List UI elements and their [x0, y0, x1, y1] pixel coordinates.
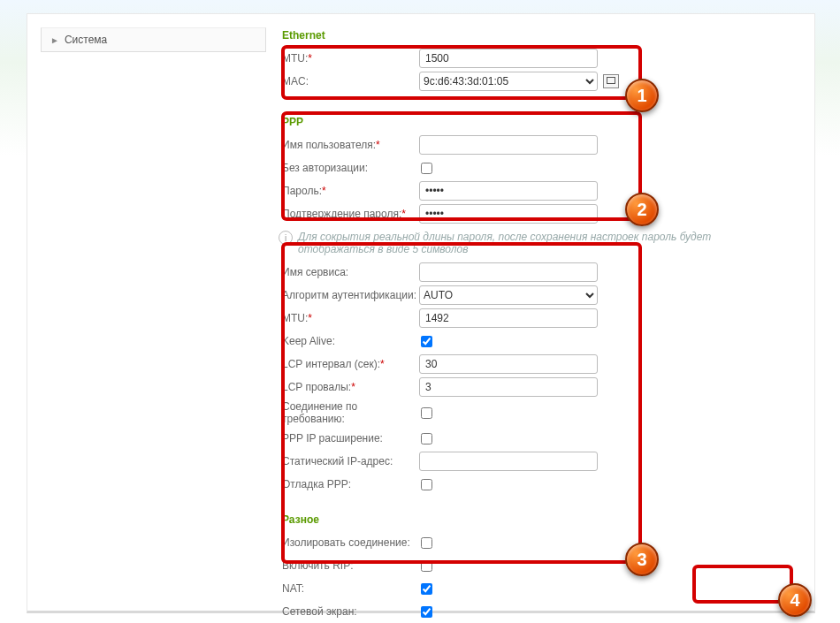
- section-title-misc: Разное: [282, 513, 779, 526]
- checkbox-ppp-ondemand[interactable]: [421, 407, 432, 419]
- label-ppp-ipext: PPP IP расширение:: [282, 432, 383, 444]
- checkbox-ppp-debug[interactable]: [421, 479, 432, 490]
- label-ppp-service: Имя сервиса:: [282, 266, 348, 278]
- main-content: Ethernet MTU:* MAC: 9c:d6:43:3d:01:05 PP…: [275, 19, 779, 623]
- label-misc-rip: Включить RIP:: [282, 559, 354, 572]
- label-ppp-noauth: Без авторизации:: [282, 162, 368, 174]
- password-note: i Для сокрытия реальной длины пароля, по…: [275, 225, 779, 261]
- input-ppp-staticip[interactable]: [419, 452, 598, 471]
- label-ppp-keepalive: Keep Alive:: [282, 335, 335, 347]
- checkbox-misc-nat[interactable]: [421, 583, 432, 595]
- info-icon: i: [279, 231, 293, 245]
- chevron-right-icon: ►: [50, 35, 59, 45]
- checkbox-ppp-ipext[interactable]: [421, 433, 432, 444]
- section-title-ethernet: Ethernet: [282, 29, 779, 42]
- password-note-text: Для сокрытия реальной длины пароля, посл…: [298, 231, 772, 255]
- label-ppp-staticip: Статический IP-адрес:: [282, 455, 393, 467]
- input-ppp-user[interactable]: [419, 135, 598, 155]
- input-ppp-pass2[interactable]: [419, 204, 598, 224]
- sidebar-item-system[interactable]: ► Система: [41, 27, 266, 52]
- label-ppp-ondemand: Соединение по требованию:: [282, 400, 357, 425]
- checkbox-misc-rip[interactable]: [421, 560, 432, 572]
- clone-mac-icon[interactable]: [603, 74, 619, 88]
- label-eth-mtu: MTU:: [282, 52, 308, 65]
- sidebar-item-label: Система: [65, 34, 107, 46]
- label-ppp-pass2: Подтверждение пароля:: [282, 208, 401, 220]
- input-ppp-lcp-int[interactable]: [419, 354, 598, 374]
- checkbox-misc-isolate[interactable]: [421, 537, 432, 549]
- label-ppp-mtu: MTU:: [282, 312, 308, 324]
- label-ppp-auth: Алгоритм аутентификации:: [282, 289, 416, 301]
- label-ppp-lcp-int: LCP интервал (сек):: [282, 358, 380, 370]
- checkbox-misc-fw[interactable]: [421, 606, 432, 618]
- label-misc-isolate: Изолировать соединение:: [282, 536, 410, 549]
- input-ppp-mtu[interactable]: [419, 308, 598, 328]
- input-ppp-lcp-fail[interactable]: [419, 377, 598, 397]
- app-frame: ► Система Ethernet MTU:* MAC: 9c:d6:43:3…: [27, 13, 815, 613]
- sidebar: ► Система: [41, 27, 266, 52]
- label-ppp-user: Имя пользователя:: [282, 139, 376, 151]
- input-ppp-service[interactable]: [419, 262, 598, 282]
- checkbox-ppp-keepalive[interactable]: [421, 336, 432, 347]
- label-ppp-lcp-fail: LCP провалы:: [282, 381, 351, 393]
- label-misc-fw: Сетевой экран:: [282, 605, 357, 618]
- select-eth-mac[interactable]: 9c:d6:43:3d:01:05: [419, 72, 598, 91]
- label-eth-mac: MAC:: [282, 75, 309, 87]
- label-ppp-pass: Пароль:: [282, 185, 322, 197]
- input-eth-mtu[interactable]: [419, 49, 598, 68]
- section-title-ppp: PPP: [282, 116, 779, 128]
- select-ppp-auth[interactable]: AUTO: [419, 285, 598, 305]
- label-ppp-debug: Отладка PPP:: [282, 478, 351, 490]
- input-ppp-pass[interactable]: [419, 181, 598, 201]
- checkbox-ppp-noauth[interactable]: [421, 163, 432, 174]
- label-misc-nat: NAT:: [282, 582, 304, 595]
